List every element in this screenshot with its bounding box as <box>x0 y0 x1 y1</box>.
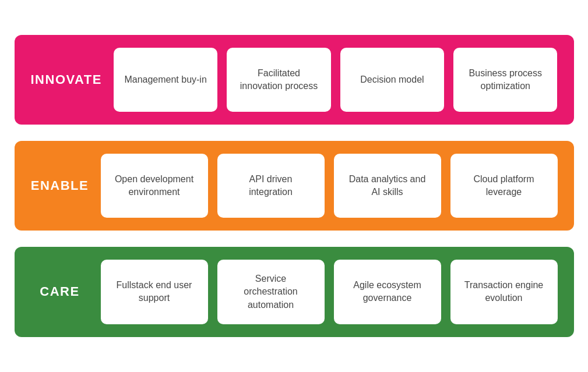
row-care: CAREFullstack end user supportService or… <box>15 247 574 337</box>
innovate-card-2: Decision model <box>340 48 444 112</box>
enable-card-1: API driven integration <box>217 154 325 218</box>
innovate-card-1: Facilitated innovation process <box>227 48 330 112</box>
innovate-cards: Management buy-inFacilitated innovation … <box>114 48 558 112</box>
row-innovate: INNOVATEManagement buy-inFacilitated inn… <box>15 35 574 125</box>
innovate-card-3: Business process optimization <box>453 48 557 112</box>
row-enable: ENABLEOpen development environmentAPI dr… <box>15 141 574 231</box>
care-card-3: Transaction engine evolution <box>450 260 558 324</box>
enable-label: ENABLE <box>31 178 89 193</box>
enable-card-3: Cloud platform leverage <box>450 154 558 218</box>
care-cards: Fullstack end user supportService orches… <box>101 260 558 324</box>
care-label: CARE <box>31 284 89 299</box>
innovate-label: INNOVATE <box>31 72 102 87</box>
innovate-card-0: Management buy-in <box>114 48 217 112</box>
enable-cards: Open development environmentAPI driven i… <box>101 154 558 218</box>
diagram-container: INNOVATEManagement buy-inFacilitated inn… <box>15 35 574 337</box>
care-card-2: Agile ecosystem governance <box>334 260 441 324</box>
enable-card-0: Open development environment <box>101 154 208 218</box>
care-card-1: Service orchestration automation <box>217 260 325 324</box>
care-card-0: Fullstack end user support <box>101 260 208 324</box>
enable-card-2: Data analytics and AI skills <box>334 154 441 218</box>
